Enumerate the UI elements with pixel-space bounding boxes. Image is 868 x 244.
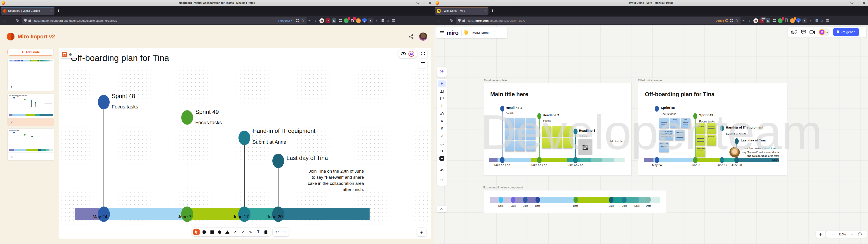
comment-tool[interactable] [437, 140, 447, 147]
milestone-subtitle[interactable]: Focus tasks [195, 120, 222, 126]
tab-close-icon[interactable] [484, 10, 487, 12]
milestone-dot-handin[interactable] [239, 130, 250, 145]
date-label[interactable]: May 24 [647, 163, 667, 167]
privacy-extension-icon[interactable]: 2 [344, 18, 348, 23]
app-menu-icon[interactable] [391, 18, 396, 23]
milestone-title[interactable]: Sprint 48 [112, 93, 135, 100]
undo-icon[interactable] [274, 229, 280, 235]
date-label[interactable]: June 20 [726, 163, 747, 167]
sticky-note[interactable] [526, 129, 535, 140]
chevron-up-icon[interactable] [440, 208, 443, 211]
forward-icon[interactable]: → [8, 19, 14, 23]
s-extension-icon[interactable] [766, 18, 770, 23]
sticky-note[interactable] [675, 130, 684, 140]
new-tab-button[interactable] [57, 9, 60, 12]
date-label[interactable]: Date [533, 205, 542, 207]
fullscreen-button[interactable] [418, 49, 428, 58]
url-bar[interactable]: https://miro.com/app/board/uXjVLsUm_dE=/… [456, 17, 741, 24]
rect-tool[interactable] [209, 229, 215, 235]
vault-extension-icon[interactable]: V7 [362, 18, 367, 23]
bar-dot[interactable] [573, 157, 578, 163]
dark-extension-icon[interactable] [802, 18, 807, 23]
share-button[interactable]: Freigeben [833, 28, 859, 36]
sticky-note[interactable] [553, 126, 562, 137]
date-label[interactable]: Date [607, 205, 616, 207]
tab-miro[interactable]: m TWIM Demo - Miro [435, 7, 489, 15]
board-menu-kebab-icon[interactable] [493, 31, 496, 35]
sticky-note[interactable] [542, 138, 551, 148]
maximize-icon[interactable] [423, 1, 426, 4]
milestone-subtitle[interactable]: Focus tasks [699, 120, 715, 123]
date-label[interactable]: June 7 [685, 163, 706, 167]
add-text-hint[interactable]: Add text here [610, 140, 625, 143]
overflow-chevron-icon[interactable] [387, 19, 389, 22]
sticker-tool[interactable] [437, 132, 447, 140]
addons-puzzle-icon[interactable] [338, 18, 342, 23]
slide-2-card-selected[interactable]: Off-boarding plan for Tina [7, 94, 54, 126]
mastodon-extension-icon[interactable] [753, 18, 758, 23]
component-label[interactable]: Expanded timeline component [483, 186, 523, 189]
zoom-out-icon[interactable] [831, 232, 833, 236]
redo-icon-disabled[interactable] [437, 176, 447, 184]
sticky-note[interactable] [659, 118, 669, 128]
vault-extension-icon[interactable]: V1 [796, 18, 801, 23]
sticky-note[interactable] [515, 129, 525, 140]
date-label[interactable]: Date [496, 205, 505, 207]
milestone-dot[interactable] [537, 113, 541, 119]
forward-icon[interactable]: → [442, 19, 448, 23]
milestone-title[interactable]: Headline 3 [579, 129, 595, 132]
share-icon[interactable] [409, 34, 414, 39]
zoom-in-icon[interactable] [851, 232, 853, 236]
rounded-rect-tool[interactable] [201, 229, 207, 235]
slide-number[interactable]: 2 [8, 118, 54, 126]
dark-extension-icon[interactable] [368, 18, 373, 23]
select-tool-selected[interactable] [438, 81, 446, 87]
whiteboard-canvas[interactable]: Off-boarding plan for Tina Sprint 48 Foc… [59, 48, 431, 239]
privacy-extension-icon[interactable]: 2 [778, 18, 782, 23]
milestone-title[interactable]: Headline 2 [543, 114, 559, 117]
milestone-subtitle[interactable]: Submit at Anne [252, 139, 286, 145]
date-label[interactable]: Date XX / XX [529, 163, 550, 166]
user-avatar[interactable] [419, 33, 427, 41]
select-cursor-tool[interactable] [193, 229, 199, 235]
sticky-note[interactable] [553, 138, 562, 148]
sticky-note[interactable] [542, 126, 551, 137]
zoom-level[interactable]: 110% [839, 233, 846, 236]
milestone-dot[interactable] [500, 106, 504, 112]
bar-dot[interactable] [500, 157, 504, 163]
sticky-note[interactable]: Team competency map-out workshop [681, 118, 690, 128]
frames-panel-button[interactable] [816, 231, 825, 238]
sticky-note[interactable] [707, 123, 716, 134]
milestone-title[interactable]: Sprint 48 [661, 106, 675, 110]
templates-tool[interactable] [437, 87, 447, 95]
miro-board[interactable]: Developer team miro TWIM Demo M [434, 25, 868, 244]
comments-icon[interactable] [801, 30, 806, 34]
timeline-date[interactable]: June 20 [262, 214, 287, 219]
slide-number[interactable]: 1 [8, 83, 54, 91]
milestone-dot-sprint49[interactable] [181, 110, 193, 125]
date-label[interactable]: Date XX / XX [565, 163, 586, 166]
more-tools-button[interactable] [437, 155, 447, 162]
sticky-note[interactable] [505, 129, 514, 140]
back-icon[interactable]: ← [2, 19, 8, 23]
avatar-chip[interactable]: M [818, 28, 830, 36]
slide-number[interactable]: 3 [8, 152, 54, 160]
shapes-tool[interactable] [437, 110, 447, 117]
s-extension-icon[interactable] [332, 18, 336, 23]
sticky-note[interactable]: Scrum ceremonies. [696, 123, 705, 134]
sticky-note[interactable] [526, 141, 535, 151]
triangle-tool[interactable] [224, 229, 230, 235]
milestone-subtitle[interactable]: Subtitle [579, 135, 587, 138]
mastodon-extension-icon[interactable] [319, 18, 324, 23]
https-lock-icon[interactable] [463, 20, 465, 22]
milestone-dot[interactable] [735, 138, 739, 144]
milestone-dot-lastday[interactable] [272, 154, 284, 168]
bar-dot[interactable] [646, 197, 651, 203]
sticky-note[interactable] [515, 141, 525, 151]
blue-sticky-grid[interactable] [505, 118, 536, 151]
tab-neoboard[interactable]: NeoBoard | Visual Collabo [1, 7, 55, 15]
milestone-subtitle[interactable]: Focus tasks [661, 112, 676, 116]
line-tool[interactable] [240, 229, 246, 235]
new-tab-button[interactable] [491, 9, 494, 12]
bookmark-star-icon[interactable] [301, 19, 304, 22]
